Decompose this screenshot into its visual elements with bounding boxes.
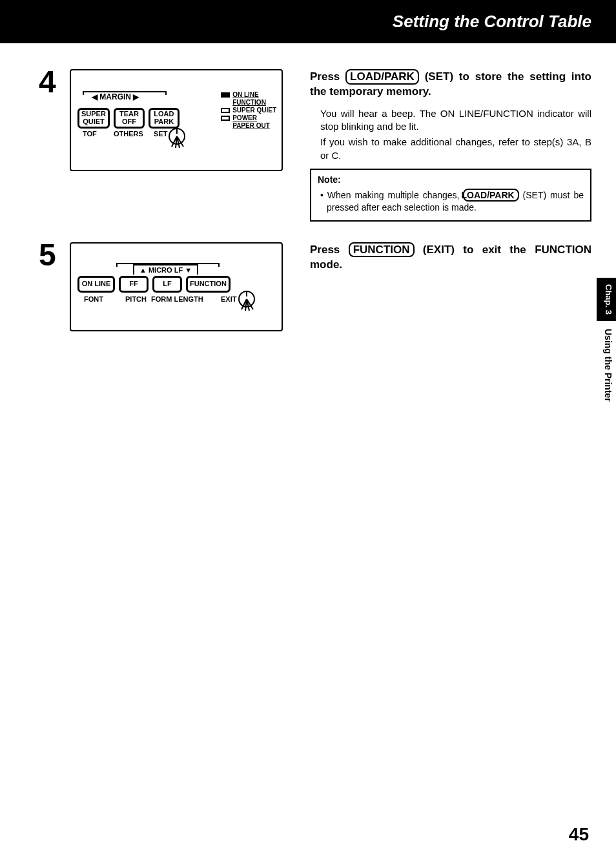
load-park-button: LOAD PARK: [149, 108, 180, 129]
btn-line: PARK: [152, 118, 176, 126]
led-icon: [221, 116, 230, 121]
panel5-buttons: ON LINE FF LF FUNCTION: [77, 276, 231, 293]
note-title: Note:: [318, 174, 584, 186]
sublabel-pitch: PITCH: [125, 295, 147, 303]
sublabel-set: SET: [154, 130, 167, 138]
hand-pointer-icon: [168, 127, 190, 157]
margin-label: ◀ MARGIN ▶: [92, 92, 139, 101]
load-park-key: LOAD/PARK: [345, 69, 419, 85]
indicator-superquiet: SUPER QUIET: [221, 107, 276, 114]
indicator-power: POWER: [221, 114, 276, 121]
instr-text: Press: [310, 244, 349, 256]
sublabel-others: OTHERS: [114, 130, 143, 138]
btn-line: QUIET: [81, 118, 106, 126]
sublabel-tof: TOF: [83, 130, 97, 138]
load-park-key-note: LOAD/PARK: [463, 189, 518, 202]
function-key: FUNCTION: [349, 242, 415, 258]
step-5-panel-column: ▲ MICRO LF ▼ ON LINE FF LF FUNCTION FONT…: [70, 242, 283, 331]
sublabel-exit: EXIT: [221, 295, 236, 303]
super-quiet-button: SUPER QUIET: [77, 108, 110, 129]
step-4-panel-column: ◀ MARGIN ▶ SUPER QUIET TEAR OFF LOAD PAR…: [70, 69, 283, 171]
step-4-row: 4 ◀ MARGIN ▶ SUPER QUIET TEAR OFF LOAD: [39, 69, 591, 222]
online-button: ON LINE: [77, 276, 115, 293]
indicator-label: FUNCTION: [232, 99, 266, 106]
function-button: FUNCTION: [186, 276, 231, 293]
step-5-number: 5: [39, 240, 70, 271]
led-icon: [221, 108, 230, 113]
step-4-body-2: If you wish to make additional changes, …: [320, 136, 591, 162]
indicator-label: POWER: [232, 114, 257, 121]
indicator-label: ON LINE: [232, 91, 259, 98]
step-4-body-1: You will hear a beep. The ON LINE/FUNCTI…: [320, 107, 591, 134]
step-5-text: Press FUNCTION (EXIT) to exit the FUNCTI…: [283, 242, 591, 280]
indicator-online: ON LINE: [221, 91, 276, 98]
step-4-number: 4: [39, 67, 70, 98]
lf-button: LF: [152, 276, 182, 293]
step-4-text: Press LOAD/PARK (SET) to store the setti…: [283, 69, 591, 222]
step-5-instruction: Press FUNCTION (EXIT) to exit the FUNCTI…: [310, 242, 591, 273]
panel4-buttons: SUPER QUIET TEAR OFF LOAD PARK: [77, 108, 180, 129]
btn-line: OFF: [118, 118, 141, 126]
indicator-function: FUNCTION: [232, 99, 276, 106]
indicator-label: SUPER QUIET: [232, 107, 276, 114]
side-tab: Chap. 3 Using the Printer: [597, 278, 616, 410]
sublabel-font: FONT: [84, 295, 103, 303]
header-title: Setting the Control Table: [393, 12, 591, 31]
indicator-column: ON LINE FUNCTION SUPER QUIET POWER PAPER…: [221, 91, 276, 130]
page-number: 45: [569, 824, 589, 845]
page-content: 4 ◀ MARGIN ▶ SUPER QUIET TEAR OFF LOAD: [0, 43, 616, 331]
note-box: Note: • When making multiple changes, LO…: [310, 169, 591, 222]
note-body: • When making multiple changes, LOAD/PAR…: [318, 189, 584, 214]
instr-text: Press: [310, 70, 345, 83]
step-4-instruction: Press LOAD/PARK (SET) to store the setti…: [310, 69, 591, 99]
sublabel-formlength: FORM LENGTH: [151, 295, 203, 303]
side-chapter: Chap. 3: [597, 278, 616, 321]
microlf-label: ▲ MICRO LF ▼: [133, 264, 198, 275]
indicator-label: PAPER OUT: [232, 122, 270, 129]
control-panel-diagram-5: ▲ MICRO LF ▼ ON LINE FF LF FUNCTION FONT…: [70, 242, 283, 331]
page-header: Setting the Control Table: [0, 0, 616, 43]
indicator-paperout: PAPER OUT: [232, 122, 276, 129]
step-5-row: 5 ▲ MICRO LF ▼ ON LINE FF LF FUNCTION FO…: [39, 242, 591, 331]
ff-button: FF: [119, 276, 149, 293]
side-section: Using the Printer: [597, 321, 616, 410]
hand-pointer-icon: [238, 290, 260, 320]
led-icon: [221, 92, 230, 98]
tear-off-button: TEAR OFF: [114, 108, 145, 129]
note-text: • When making multiple changes,: [320, 190, 463, 200]
control-panel-diagram-4: ◀ MARGIN ▶ SUPER QUIET TEAR OFF LOAD PAR…: [70, 69, 283, 171]
